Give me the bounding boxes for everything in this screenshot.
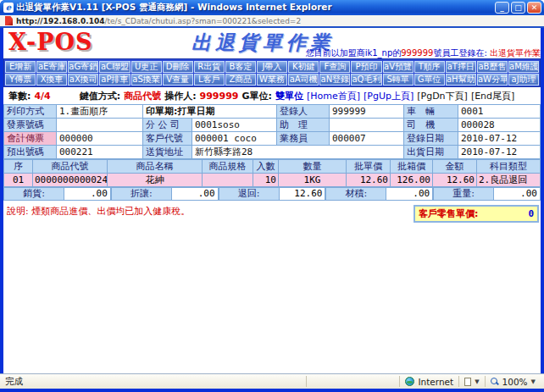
toolbar-button[interactable]: aJ助理 — [508, 74, 539, 86]
toolbar-button[interactable]: J帶入 — [257, 61, 287, 73]
toolbar-button[interactable]: aH幫助 — [446, 74, 476, 86]
print-mode-field[interactable]: 1.畫面順序 — [57, 105, 143, 119]
registrant-field[interactable]: 999999 — [330, 105, 404, 119]
address-bar[interactable]: http://192.168.0.104/te/s_CData/chutui.a… — [0, 15, 544, 28]
assistant-field[interactable] — [330, 119, 404, 132]
toolbar-button[interactable]: aP排車 — [99, 74, 130, 86]
toolbar-button[interactable]: aX換司 — [68, 74, 98, 86]
toolbar-button[interactable]: U更正 — [131, 61, 162, 73]
nav-end-link[interactable]: [End尾頁] — [471, 90, 515, 102]
toolbar-button[interactable]: K初鍵 — [288, 61, 319, 73]
nav-home-link[interactable]: [Home首頁] — [307, 90, 360, 102]
nav-pgup-link[interactable]: [PgUp上頁] — [364, 90, 414, 102]
page-mode-control[interactable]: ▼ — [458, 376, 484, 387]
print-mode-label: 列印方式 — [4, 105, 57, 119]
total-sales: 銷貨: .00 — [3, 187, 111, 201]
toolbar-button[interactable]: aQ毛利 — [351, 74, 381, 86]
toolbar-button[interactable]: Y傳票 — [5, 74, 36, 86]
unit-label: G單位: — [241, 90, 271, 102]
nav-pgdn-link[interactable]: [PgDn下頁] — [417, 90, 468, 102]
vehicle-field[interactable]: 0001 — [458, 105, 541, 119]
item-pack-count: 10 — [253, 174, 279, 187]
driver-label: 司 機 — [404, 119, 458, 132]
total-return-label: 退回: — [219, 187, 279, 201]
toolbar-button[interactable]: aN登錄 — [319, 74, 350, 86]
item-row[interactable]: 01 0000000000024 花紳 10 1KG 12.60 126.00 … — [4, 174, 541, 187]
toolbar-button[interactable]: aB歷售 — [477, 61, 508, 73]
records-label: 筆數: — [8, 90, 31, 102]
form-row-3: 會計傳票 000000 客戶代號 000001 coco 業務員 000007 … — [4, 132, 541, 146]
toolbar-button[interactable]: F查詢 — [319, 61, 350, 73]
zoom-control[interactable]: 100% ▼ — [485, 376, 541, 387]
url-host: http://192.168.0.104 — [16, 17, 105, 25]
toolbar-button[interactable]: X換車 — [36, 74, 67, 86]
toolbar-button[interactable]: G單位 — [414, 74, 445, 86]
toolbar-button[interactable]: aC聯盟 — [99, 61, 130, 73]
toolbar-button[interactable]: R出貨 — [194, 61, 225, 73]
toolbar-button[interactable]: aA司機 — [288, 74, 319, 86]
col-unit-price: 批單價 — [347, 160, 391, 174]
toolbar-button[interactable]: aS換業 — [131, 74, 162, 86]
toolbar-button[interactable]: D刪除 — [163, 61, 193, 73]
window-bottom-border — [0, 389, 544, 392]
toolbar-button[interactable]: S轉單 — [383, 74, 414, 86]
health-tax-note: 說明: 煙類商品進價、出價均已加入健康稅。 — [7, 205, 190, 218]
toolbar-button[interactable]: B客定 — [225, 61, 256, 73]
url-text[interactable]: http://192.168.0.104/te/s_CData/chutui.a… — [16, 17, 301, 25]
toolbar-button[interactable]: aE寄庫 — [36, 61, 67, 73]
total-weight-label: 重量: — [433, 187, 493, 201]
total-sales-value: .00 — [64, 187, 111, 201]
toolbar-button[interactable]: W業務 — [257, 74, 287, 86]
toolbar-button[interactable]: Z商品 — [225, 74, 256, 86]
toolbar-button[interactable]: aW分單 — [477, 74, 508, 86]
col-amount: 金額 — [433, 160, 477, 174]
maximize-button[interactable]: □ — [511, 2, 525, 14]
customer-field[interactable]: 000001 coco — [192, 132, 277, 146]
item-spec — [203, 174, 253, 187]
record-status-line: 筆數: 4/4 鍵值方式: 商品代號 操作人: 999999 G單位: 雙單位 … — [3, 87, 541, 104]
login-middle: 號員工登錄在: — [433, 48, 490, 58]
invoice-field[interactable] — [57, 119, 143, 132]
print-period-text: 印單期:打單日期 — [143, 105, 277, 119]
driver-field[interactable]: 000028 — [458, 119, 541, 132]
total-volume-label: 材積: — [325, 187, 386, 201]
caret-down-icon: ▼ — [475, 378, 479, 385]
records-value: 4/4 — [34, 91, 50, 102]
toolbar-button[interactable]: T順序 — [414, 61, 445, 73]
address-field[interactable]: 新竹縣李路28 — [192, 146, 404, 159]
toolbar-button[interactable]: P預印 — [351, 61, 381, 73]
item-product-code: 0000000000024 — [33, 174, 108, 187]
preout-field[interactable]: 000221 — [57, 146, 143, 159]
voucher-label: 會計傳票 — [4, 132, 57, 146]
toolbar-button[interactable]: aM維護 — [508, 61, 539, 73]
toolbar-button[interactable]: E增新 — [5, 61, 36, 73]
registrant-label: 登錄人 — [277, 105, 330, 119]
toolbar-button[interactable]: aG寄銷 — [68, 61, 98, 73]
branch-field[interactable]: 0001soso — [192, 119, 277, 132]
total-return-value: 12.60 — [279, 187, 326, 201]
col-product-code: 商品代號 — [33, 160, 108, 174]
salesman-field[interactable]: 000007 — [330, 132, 404, 146]
toolbar-button[interactable]: V查量 — [163, 74, 193, 86]
toolbar-button[interactable]: aT擇日 — [446, 61, 476, 73]
toolbar-button[interactable]: aV預覽 — [383, 61, 414, 73]
ship-date-field[interactable]: 2010-07-12 — [458, 146, 541, 159]
close-button[interactable]: ✕ — [527, 2, 541, 14]
retail-price-box: 客戶零售單價: 0 — [414, 205, 539, 223]
total-volume: 材積: .00 — [325, 187, 433, 201]
empty-area — [3, 223, 541, 373]
toolbar-button[interactable]: L客戶 — [194, 74, 225, 86]
voucher-field[interactable]: 000000 — [57, 132, 143, 146]
invoice-label: 發票號碼 — [4, 119, 57, 132]
reg-date-field[interactable]: 2010-07-12 — [458, 132, 541, 146]
page-content: X-POS 出退貨單作業 您目前以加盟商ik1_np的999999號員工登錄在:… — [3, 28, 541, 373]
item-seq: 01 — [4, 174, 33, 187]
minimize-button[interactable]: _ — [495, 2, 509, 14]
total-weight: 重量: .00 — [433, 187, 541, 201]
address-label: 送貨地址 — [143, 146, 192, 159]
operator-value: 999999 — [200, 91, 239, 102]
toolbar-row-1: E增新 aE寄庫 aG寄銷 aC聯盟 U更正 D刪除 R出貨 B客定 J帶入 K… — [5, 61, 539, 73]
total-discount-label: 折讓: — [111, 187, 171, 201]
col-pack-count: 入數 — [253, 160, 279, 174]
branch-label: 分 公 司 — [143, 119, 192, 132]
